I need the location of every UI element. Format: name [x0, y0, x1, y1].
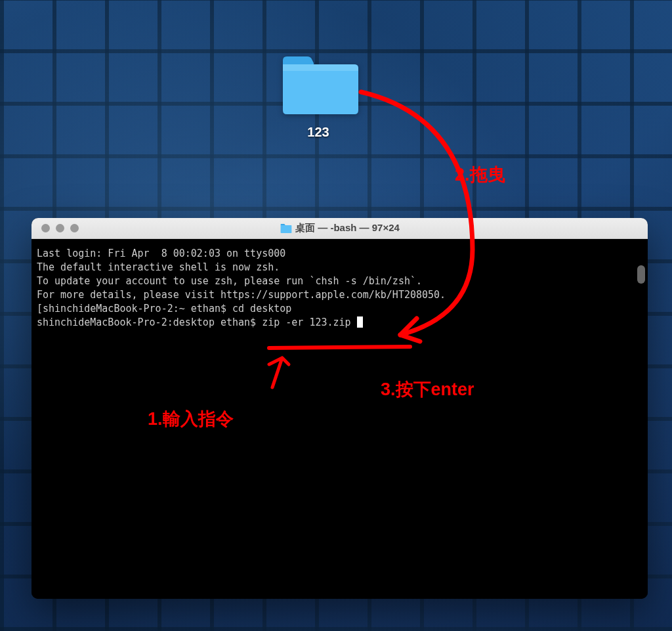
- terminal-window[interactable]: 桌面 — -bash — 97×24 Last login: Fri Apr 8…: [32, 218, 648, 599]
- annotation-step3-label: 3.按下enter: [381, 378, 474, 401]
- title-folder-icon: [280, 224, 291, 233]
- maximize-button[interactable]: [70, 224, 79, 232]
- terminal-cursor: [357, 316, 363, 328]
- folder-icon: [278, 53, 360, 118]
- close-button[interactable]: [41, 224, 50, 232]
- terminal-line: [shinchideMacBook-Pro-2:~ ethan$ cd desk…: [37, 302, 642, 316]
- terminal-prompt-line: shinchideMacBook-Pro-2:desktop ethan$ zi…: [37, 316, 642, 330]
- annotation-step1-label: 1.輸入指令: [148, 407, 234, 431]
- scrollbar-thumb[interactable]: [637, 265, 645, 284]
- terminal-line: Last login: Fri Apr 8 00:02:03 on ttys00…: [37, 247, 642, 261]
- terminal-title-text: 桌面 — -bash — 97×24: [295, 222, 400, 234]
- terminal-line: The default interactive shell is now zsh…: [37, 261, 642, 274]
- terminal-body[interactable]: Last login: Fri Apr 8 00:02:03 on ttys00…: [32, 239, 648, 599]
- folder-label: 123: [276, 125, 361, 140]
- terminal-title: 桌面 — -bash — 97×24: [280, 222, 400, 234]
- terminal-line: To update your account to use zsh, pleas…: [37, 274, 642, 288]
- annotation-step2-label: 2.拖曳: [455, 163, 505, 186]
- minimize-button[interactable]: [56, 224, 64, 232]
- terminal-line: For more details, please visit https://s…: [37, 288, 642, 302]
- terminal-titlebar[interactable]: 桌面 — -bash — 97×24: [32, 218, 648, 239]
- window-controls: [32, 224, 79, 232]
- desktop-folder-123[interactable]: 123: [276, 53, 361, 140]
